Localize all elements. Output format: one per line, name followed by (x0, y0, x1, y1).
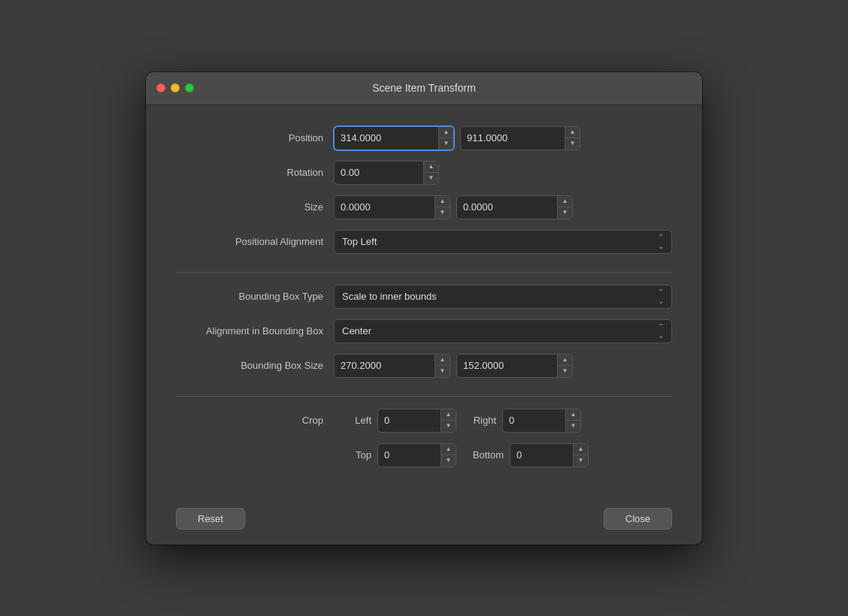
crop-left-arrows: ▲ ▼ (441, 409, 456, 432)
size-h-down-arrow[interactable]: ▼ (558, 207, 572, 219)
rotation-up-arrow[interactable]: ▲ (424, 162, 438, 174)
rotation-arrows: ▲ ▼ (423, 162, 438, 184)
crop-left-up-arrow[interactable]: ▲ (441, 409, 456, 421)
crop-right-up-arrow[interactable]: ▲ (566, 409, 580, 421)
bounding-box-size-w-spinbox[interactable]: ▲ ▼ (334, 354, 450, 378)
crop-left-right-controls: Left ▲ ▼ Right ▲ ▼ (334, 409, 672, 433)
bounding-box-size-controls: ▲ ▼ ▲ ▼ (334, 354, 672, 378)
crop-bottom-arrows: ▲ ▼ (573, 444, 588, 467)
bounding-box-size-w-down-arrow[interactable]: ▼ (435, 366, 450, 377)
size-w-up-arrow[interactable]: ▲ (435, 196, 450, 208)
size-h-up-arrow[interactable]: ▲ (558, 196, 572, 208)
window-title: Scene Item Transform (372, 82, 476, 94)
positional-alignment-select[interactable]: Top Left ⌃ ⌄ (334, 230, 672, 254)
size-w-input[interactable] (335, 196, 435, 219)
divider-2 (176, 396, 672, 397)
position-y-up-arrow[interactable]: ▲ (565, 127, 580, 139)
crop-left-right-row: Crop Left ▲ ▼ Right ▲ (176, 409, 672, 433)
crop-bottom-up-arrow[interactable]: ▲ (574, 444, 588, 456)
bounding-box-type-select-arrow: ⌃ ⌄ (658, 288, 664, 305)
crop-bottom-input[interactable] (510, 444, 573, 467)
crop-bottom-down-arrow[interactable]: ▼ (574, 455, 588, 467)
bounding-box-type-value: Scale to inner bounds (342, 291, 658, 302)
alignment-in-bb-select[interactable]: Center ⌃ ⌄ (334, 319, 672, 343)
positional-alignment-value: Top Left (342, 236, 658, 247)
size-h-spinbox[interactable]: ▲ ▼ (456, 195, 573, 219)
alignment-in-bb-controls: Center ⌃ ⌄ (334, 319, 672, 343)
size-controls: ▲ ▼ ▲ ▼ (334, 195, 672, 219)
size-w-arrows: ▲ ▼ (435, 196, 450, 219)
crop-right-spinbox[interactable]: ▲ ▼ (502, 409, 581, 433)
alignment-in-bb-value: Center (342, 325, 658, 337)
bounding-box-size-h-down-arrow[interactable]: ▼ (558, 366, 572, 377)
bounding-box-size-label: Bounding Box Size (176, 360, 334, 371)
crop-left-input[interactable] (378, 409, 441, 432)
close-window-button[interactable] (156, 83, 165, 92)
size-h-input[interactable] (457, 196, 557, 219)
rotation-row: Rotation ▲ ▼ (176, 161, 672, 185)
bounding-box-size-w-arrows: ▲ ▼ (435, 355, 450, 377)
bounding-box-type-label: Bounding Box Type (176, 291, 334, 302)
crop-left-spinbox[interactable]: ▲ ▼ (377, 409, 456, 433)
bounding-box-size-h-arrows: ▲ ▼ (557, 355, 572, 377)
titlebar: Scene Item Transform (146, 72, 702, 105)
size-h-arrows: ▲ ▼ (557, 196, 572, 219)
alignment-in-bb-label: Alignment in Bounding Box (176, 325, 334, 337)
rotation-down-arrow[interactable]: ▼ (424, 173, 438, 184)
position-controls: ▲ ▼ ▲ ▼ (334, 126, 672, 150)
minimize-window-button[interactable] (171, 83, 180, 92)
crop-right-arrows: ▲ ▼ (565, 409, 580, 432)
crop-top-down-arrow[interactable]: ▼ (441, 455, 456, 467)
bounding-box-size-h-input[interactable] (457, 355, 557, 377)
crop-bottom-spinbox[interactable]: ▲ ▼ (510, 443, 589, 467)
bounding-box-size-h-up-arrow[interactable]: ▲ (558, 355, 572, 367)
rotation-label: Rotation (176, 167, 334, 178)
bounding-box-type-select[interactable]: Scale to inner bounds ⌃ ⌄ (334, 285, 672, 309)
bounding-box-size-row: Bounding Box Size ▲ ▼ ▲ ▼ (176, 354, 672, 378)
rotation-controls: ▲ ▼ (334, 161, 672, 185)
crop-right-input[interactable] (503, 409, 565, 432)
crop-bottom-label: Bottom (462, 449, 504, 460)
rotation-spinbox[interactable]: ▲ ▼ (334, 161, 439, 185)
size-w-down-arrow[interactable]: ▼ (435, 207, 450, 219)
size-row: Size ▲ ▼ ▲ ▼ (176, 195, 672, 219)
positional-alignment-label: Positional Alignment (176, 236, 334, 247)
form: Position ▲ ▼ ▲ ▼ (176, 126, 672, 478)
position-y-arrows: ▲ ▼ (565, 127, 580, 149)
footer: Reset Close (146, 496, 702, 545)
divider-1 (176, 272, 672, 273)
position-x-arrows: ▲ ▼ (438, 127, 453, 149)
bounding-box-size-h-spinbox[interactable]: ▲ ▼ (456, 354, 573, 378)
position-x-up-arrow[interactable]: ▲ (439, 127, 453, 139)
crop-top-spinbox[interactable]: ▲ ▼ (377, 443, 456, 467)
maximize-window-button[interactable] (185, 83, 194, 92)
positional-alignment-row: Positional Alignment Top Left ⌃ ⌄ (176, 230, 672, 254)
bounding-box-size-w-input[interactable] (335, 355, 435, 377)
positional-alignment-controls: Top Left ⌃ ⌄ (334, 230, 672, 254)
traffic-lights (156, 83, 194, 92)
position-y-down-arrow[interactable]: ▼ (565, 138, 580, 149)
window: Scene Item Transform Position ▲ ▼ (146, 72, 702, 545)
position-y-spinbox[interactable]: ▲ ▼ (460, 126, 580, 150)
reset-button[interactable]: Reset (176, 508, 245, 530)
position-label: Position (176, 132, 334, 143)
crop-left-down-arrow[interactable]: ▼ (441, 421, 456, 432)
crop-top-up-arrow[interactable]: ▲ (441, 444, 456, 456)
bounding-box-type-row: Bounding Box Type Scale to inner bounds … (176, 285, 672, 309)
crop-right-down-arrow[interactable]: ▼ (566, 421, 580, 432)
crop-top-input[interactable] (378, 444, 441, 467)
position-row: Position ▲ ▼ ▲ ▼ (176, 126, 672, 150)
bounding-box-size-w-up-arrow[interactable]: ▲ (435, 355, 450, 367)
size-label: Size (176, 201, 334, 213)
position-x-spinbox[interactable]: ▲ ▼ (334, 126, 454, 150)
positional-alignment-select-arrow: ⌃ ⌄ (658, 233, 664, 250)
rotation-input[interactable] (335, 162, 423, 184)
position-x-down-arrow[interactable]: ▼ (439, 138, 453, 149)
position-y-input[interactable] (461, 127, 565, 149)
alignment-in-bb-row: Alignment in Bounding Box Center ⌃ ⌄ (176, 319, 672, 343)
position-x-input[interactable] (335, 127, 438, 149)
size-w-spinbox[interactable]: ▲ ▼ (334, 195, 450, 219)
crop-left-label: Left (334, 415, 371, 426)
crop-right-label: Right (462, 415, 496, 426)
close-button[interactable]: Close (604, 508, 672, 530)
